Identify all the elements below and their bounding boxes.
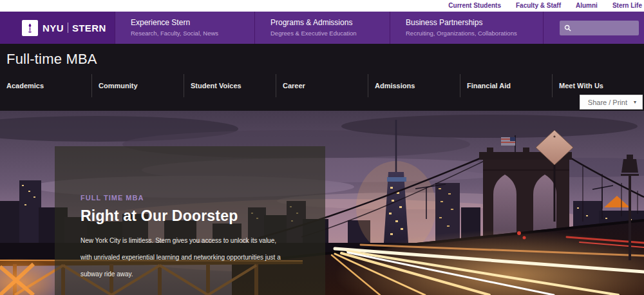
hero-description-line: New York City is limitless. Stern gives … — [80, 233, 299, 249]
hero-description: New York City is limitless. Stern gives … — [80, 233, 299, 283]
logo-stern-text: STERN — [72, 23, 106, 33]
main-nav: NYU STERN Experience Stern Research, Fac… — [0, 12, 644, 44]
section-nav-student-voices[interactable]: Student Voices — [184, 74, 276, 97]
utility-link-current-students[interactable]: Current Students — [448, 0, 501, 12]
search-area — [543, 12, 644, 44]
utility-link-stern-life[interactable]: Stern Life — [612, 0, 642, 12]
nyu-stern-logo[interactable]: NYU STERN — [0, 12, 115, 44]
section-nav-meet-with-us[interactable]: Meet With Us — [552, 74, 644, 97]
hero-text-panel: FULL TIME MBA Right at Our Doorstep New … — [55, 146, 325, 295]
nav-item-title: Business Partnerships — [406, 18, 543, 27]
nav-item-subtitle: Research, Faculty, Social, News — [131, 30, 254, 37]
utility-link-faculty-staff[interactable]: Faculty & Staff — [516, 0, 561, 12]
section-nav-admissions[interactable]: Admissions — [368, 74, 460, 97]
logo-divider — [68, 23, 68, 33]
nav-item-experience-stern[interactable]: Experience Stern Research, Faculty, Soci… — [115, 12, 254, 44]
search-box[interactable] — [560, 21, 639, 35]
hero-heading: Right at Our Doorstep — [80, 207, 299, 225]
nav-item-subtitle: Recruiting, Organizations, Collaboration… — [406, 30, 543, 37]
page-title: Full-time MBA — [6, 51, 97, 68]
hero-section: FULL TIME MBA Right at Our Doorstep New … — [0, 111, 644, 295]
utility-nav: Current Students Faculty & Staff Alumni … — [0, 0, 644, 12]
nav-item-subtitle: Degrees & Executive Education — [270, 30, 390, 37]
share-print-label: Share / Print — [588, 99, 627, 106]
utility-link-alumni[interactable]: Alumni — [576, 0, 598, 12]
section-nav-career[interactable]: Career — [276, 74, 368, 97]
hero-description-line: subway ride away. — [80, 266, 299, 283]
nav-item-title: Programs & Admissions — [270, 18, 390, 27]
section-nav-financial-aid[interactable]: Financial Aid — [460, 74, 552, 97]
logo-nyu-text: NYU — [43, 23, 64, 33]
caret-down-icon: ▾ — [634, 99, 636, 105]
nav-item-business-partnerships[interactable]: Business Partnerships Recruiting, Organi… — [390, 12, 543, 44]
torch-icon — [22, 20, 38, 36]
hero-eyebrow: FULL TIME MBA — [80, 194, 299, 202]
search-icon[interactable] — [564, 24, 571, 32]
nav-item-title: Experience Stern — [131, 18, 254, 27]
nyu-stern-page: Current Students Faculty & Staff Alumni … — [0, 0, 644, 295]
share-print-button[interactable]: Share / Print ▾ — [580, 95, 643, 109]
section-nav-community[interactable]: Community — [91, 74, 184, 97]
search-input[interactable] — [571, 24, 639, 32]
section-nav: Academics Community Student Voices Caree… — [0, 74, 644, 97]
section-nav-academics[interactable]: Academics — [0, 74, 91, 97]
hero-description-line: with unrivaled experiential learning and… — [80, 249, 299, 266]
page-header-region: Full-time MBA Academics Community Studen… — [0, 44, 644, 111]
nav-item-programs-admissions[interactable]: Programs & Admissions Degrees & Executiv… — [254, 12, 390, 44]
title-band: Full-time MBA — [0, 44, 644, 74]
